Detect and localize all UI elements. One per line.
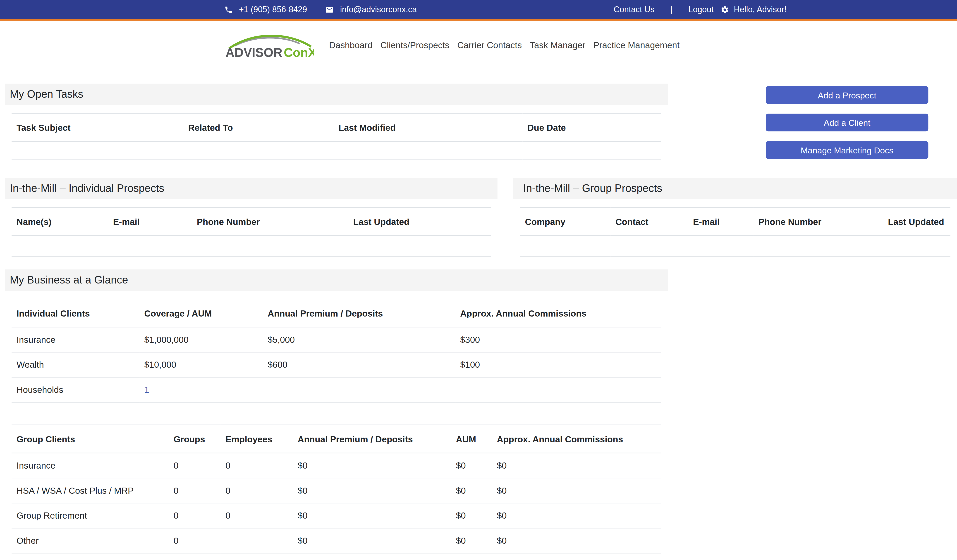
row-label: Wealth bbox=[11, 352, 139, 377]
empty-cell bbox=[520, 235, 951, 256]
manage-marketing-docs-button[interactable]: Manage Marketing Docs bbox=[766, 141, 928, 159]
brand-name-primary: ADVISOR bbox=[226, 46, 282, 60]
brand-logo[interactable]: ADVISOR ConX bbox=[225, 30, 314, 60]
envelope-icon bbox=[325, 5, 334, 14]
row-label: Other bbox=[11, 528, 169, 553]
quick-actions: Add a Prospect Add a Client Manage Marke… bbox=[766, 86, 928, 159]
table-row: HSA / WSA / Cost Plus / MRP 0 0 $0 $0 $0 bbox=[11, 478, 661, 503]
column-header: Related To bbox=[183, 114, 334, 141]
commissions-value: $0 bbox=[492, 503, 662, 528]
add-client-button[interactable]: Add a Client bbox=[766, 114, 928, 131]
table-header-row: Task Subject Related To Last Modified Du… bbox=[11, 114, 661, 141]
individual-prospects-panel: In-the-Mill – Individual Prospects Name(… bbox=[5, 178, 497, 257]
commissions-value bbox=[455, 377, 662, 402]
empty-table-row bbox=[520, 235, 951, 256]
nav-dashboard[interactable]: Dashboard bbox=[325, 40, 376, 50]
phone-number: +1 (905) 856-8429 bbox=[239, 5, 307, 14]
premium-value: $5,000 bbox=[263, 327, 455, 352]
column-header: Approx. Annual Commissions bbox=[492, 425, 662, 453]
row-label: Insurance bbox=[11, 327, 139, 352]
employees-value: 0 bbox=[221, 503, 293, 528]
contact-us-link[interactable]: Contact Us bbox=[614, 5, 654, 14]
gear-icon bbox=[720, 5, 729, 14]
households-count-link[interactable]: 1 bbox=[139, 377, 263, 402]
add-prospect-button[interactable]: Add a Prospect bbox=[766, 86, 928, 104]
business-glance-panel: My Business at a Glance Individual Clien… bbox=[5, 270, 668, 554]
column-header: Contact bbox=[610, 207, 688, 235]
premium-value: $0 bbox=[293, 478, 451, 503]
coverage-aum-value: $1,000,000 bbox=[139, 327, 263, 352]
premium-value bbox=[263, 377, 455, 402]
column-header: Phone Number bbox=[753, 207, 883, 235]
column-header: Company bbox=[520, 207, 611, 235]
topbar: +1 (905) 856-8429 info@advisorconx.ca Co… bbox=[0, 0, 957, 19]
logo-swoosh-gray-icon bbox=[234, 38, 300, 46]
row-label: Insurance bbox=[11, 453, 169, 478]
aum-value: $0 bbox=[451, 503, 492, 528]
premium-value: $0 bbox=[293, 453, 451, 478]
row-label: HSA / WSA / Cost Plus / MRP bbox=[11, 478, 169, 503]
column-header: Employees bbox=[221, 425, 293, 453]
employees-value bbox=[221, 528, 293, 553]
phone-contact[interactable]: +1 (905) 856-8429 bbox=[224, 5, 307, 14]
brand-logo-graphic: ADVISOR ConX bbox=[225, 30, 314, 60]
email-address: info@advisorconx.ca bbox=[340, 5, 417, 14]
table-row: Group Retirement 0 0 $0 $0 $0 bbox=[11, 503, 661, 528]
nav-carrier-contacts[interactable]: Carrier Contacts bbox=[453, 40, 526, 50]
employees-value: 0 bbox=[221, 453, 293, 478]
open-tasks-table: Task Subject Related To Last Modified Du… bbox=[11, 113, 661, 160]
accent-divider bbox=[0, 19, 957, 21]
commissions-value: $100 bbox=[455, 352, 662, 377]
table-header-row: Individual Clients Coverage / AUM Annual… bbox=[11, 299, 661, 327]
commissions-value: $0 bbox=[492, 478, 662, 503]
nav-practice-management[interactable]: Practice Management bbox=[589, 40, 684, 50]
column-header: E-mail bbox=[108, 207, 192, 235]
column-header: Phone Number bbox=[192, 207, 348, 235]
group-clients-table: Group Clients Groups Employees Annual Pr… bbox=[11, 425, 661, 554]
group-prospects-panel: In-the-Mill – Group Prospects Company Co… bbox=[513, 178, 957, 257]
table-row: Insurance 0 0 $0 $0 $0 bbox=[11, 453, 661, 478]
column-header: Coverage / AUM bbox=[139, 299, 263, 327]
commissions-value: $0 bbox=[492, 528, 662, 553]
email-contact[interactable]: info@advisorconx.ca bbox=[325, 5, 417, 14]
table-header-row: Group Clients Groups Employees Annual Pr… bbox=[11, 425, 661, 453]
nav-clients-prospects[interactable]: Clients/Prospects bbox=[376, 40, 453, 50]
column-header: Last Updated bbox=[348, 207, 491, 235]
advisorconx-dashboard: +1 (905) 856-8429 info@advisorconx.ca Co… bbox=[0, 0, 957, 560]
individual-clients-table: Individual Clients Coverage / AUM Annual… bbox=[11, 299, 661, 402]
row-label: Households bbox=[11, 377, 139, 402]
table-row: Households 1 bbox=[11, 377, 661, 402]
table-row: Wealth $10,000 $600 $100 bbox=[11, 352, 661, 377]
business-glance-header: My Business at a Glance bbox=[5, 270, 668, 291]
row-label: Group Retirement bbox=[11, 503, 169, 528]
table-header-row: Name(s) E-mail Phone Number Last Updated bbox=[11, 207, 491, 235]
column-header: Annual Premium / Deposits bbox=[293, 425, 451, 453]
open-tasks-title: My Open Tasks bbox=[10, 88, 83, 101]
primary-nav: Dashboard Clients/Prospects Carrier Cont… bbox=[325, 40, 683, 50]
phone-icon bbox=[224, 5, 233, 14]
groups-value: 0 bbox=[169, 453, 221, 478]
column-header: Group Clients bbox=[11, 425, 169, 453]
group-prospects-header: In-the-Mill – Group Prospects bbox=[513, 178, 957, 199]
logout-link[interactable]: Logout bbox=[689, 5, 714, 14]
groups-value: 0 bbox=[169, 503, 221, 528]
column-header: Task Subject bbox=[11, 114, 183, 141]
topbar-contact-info: +1 (905) 856-8429 info@advisorconx.ca bbox=[224, 5, 417, 14]
empty-cell bbox=[11, 235, 491, 256]
aum-value: $0 bbox=[451, 453, 492, 478]
brand-name-secondary: ConX bbox=[284, 46, 314, 60]
nav-task-manager[interactable]: Task Manager bbox=[526, 40, 589, 50]
aum-value: $0 bbox=[451, 478, 492, 503]
column-header: Last Updated bbox=[883, 207, 951, 235]
user-greeting: Hello, Advisor! bbox=[734, 5, 786, 14]
column-header: Name(s) bbox=[11, 207, 108, 235]
commissions-value: $300 bbox=[455, 327, 662, 352]
settings-control[interactable] bbox=[720, 5, 729, 14]
individual-prospects-table: Name(s) E-mail Phone Number Last Updated bbox=[11, 207, 491, 257]
employees-value: 0 bbox=[221, 478, 293, 503]
topbar-user-area: Contact Us | Logout Hello, Advisor! bbox=[614, 5, 786, 14]
column-header: E-mail bbox=[688, 207, 753, 235]
open-tasks-panel: My Open Tasks Task Subject Related To La… bbox=[5, 84, 668, 160]
column-header: AUM bbox=[451, 425, 492, 453]
business-glance-title: My Business at a Glance bbox=[10, 274, 128, 287]
